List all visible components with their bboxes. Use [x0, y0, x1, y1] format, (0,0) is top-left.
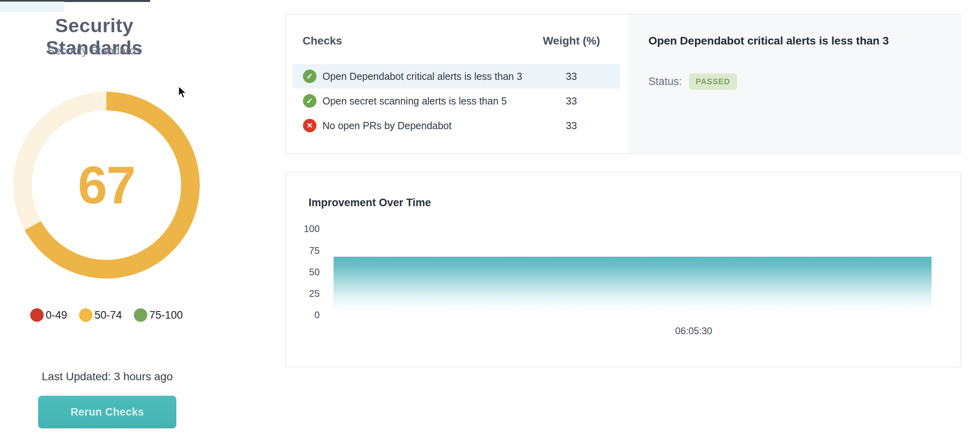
page-subtitle: Security Standards	[6, 44, 183, 57]
weight-column-header: Weight (%)	[524, 35, 619, 47]
legend-label: 50-74	[95, 309, 122, 321]
mouse-cursor-icon	[177, 86, 189, 99]
status-label: Status:	[648, 75, 682, 88]
check-row-no-open-prs[interactable]: No open PRs by Dependabot 33	[293, 113, 620, 138]
y-axis-tick: 75	[286, 245, 320, 256]
checks-column-header: Checks	[303, 35, 342, 47]
check-row-secret-scanning-alerts[interactable]: Open secret scanning alerts is less than…	[293, 89, 620, 113]
y-axis-tick: 50	[286, 267, 320, 278]
check-row-dependabot-critical-alerts[interactable]: Open Dependabot critical alerts is less …	[293, 64, 620, 89]
check-passed-icon	[303, 94, 316, 108]
check-detail-panel: Open Dependabot critical alerts is less …	[629, 15, 961, 153]
score-gauge-center: 67	[32, 110, 181, 260]
check-passed-icon	[303, 70, 316, 83]
improvement-chart-card: Improvement Over Time 100 75 50 25 0 06:…	[285, 172, 961, 368]
yellow-dot-icon	[79, 308, 93, 322]
check-failed-icon	[303, 119, 316, 132]
red-dot-icon	[30, 308, 44, 322]
status-line: Status: PASSED	[648, 74, 737, 90]
security-standards-dashboard: Security Standards Security Standards 67…	[0, 0, 980, 445]
score-legend: 0-49 50-74 75-100	[30, 306, 183, 324]
check-weight: 33	[524, 120, 619, 132]
checks-card: Checks Weight (%) Open Dependabot critic…	[285, 14, 961, 154]
area-series-band	[334, 257, 932, 316]
legend-label: 75-100	[149, 309, 183, 321]
y-axis-tick: 25	[286, 288, 320, 299]
x-axis-tick: 06:05:30	[654, 325, 733, 337]
check-weight: 33	[524, 71, 619, 82]
legend-item-mid: 50-74	[79, 308, 122, 322]
check-detail-title: Open Dependabot critical alerts is less …	[648, 35, 942, 47]
top-edge-tint	[0, 2, 64, 12]
legend-label: 0-49	[46, 309, 67, 321]
y-axis-tick: 0	[286, 310, 320, 321]
last-updated-text: Last Updated: 3 hours ago	[6, 370, 208, 383]
legend-item-low: 0-49	[30, 308, 67, 322]
score-gauge: 67	[13, 92, 200, 279]
status-badge: PASSED	[689, 74, 737, 90]
y-axis-tick: 100	[286, 223, 320, 234]
chart-title: Improvement Over Time	[309, 197, 431, 209]
check-label: Open Dependabot critical alerts is less …	[322, 71, 522, 82]
check-label: No open PRs by Dependabot	[322, 120, 451, 132]
score-value: 67	[78, 155, 135, 215]
green-dot-icon	[134, 308, 147, 322]
check-weight: 33	[524, 95, 619, 107]
legend-item-high: 75-100	[134, 308, 183, 322]
rerun-checks-button[interactable]: Rerun Checks	[38, 396, 176, 428]
check-label: Open secret scanning alerts is less than…	[322, 95, 507, 107]
